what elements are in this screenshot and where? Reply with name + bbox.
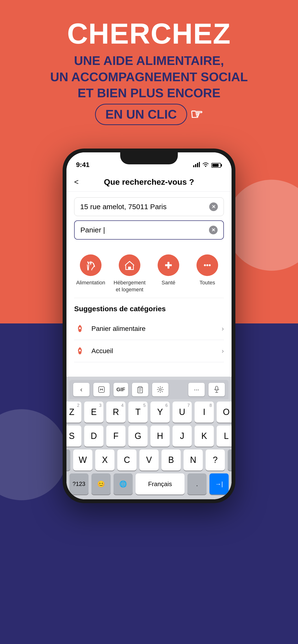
- category-hebergement[interactable]: Hébergementet logement: [115, 254, 144, 293]
- kb-settings-button[interactable]: [152, 383, 169, 396]
- svg-point-11: [79, 327, 81, 329]
- svg-point-14: [100, 388, 101, 390]
- header-subtitle: UNE AIDE ALIMENTAIRE, UN ACCOMPAGNEMENT …: [19, 53, 279, 125]
- key-R[interactable]: R4: [106, 402, 125, 422]
- subtitle-line3: ET BIEN PLUS ENCORE: [19, 85, 279, 101]
- key-O[interactable]: O9: [217, 402, 232, 422]
- suggestion-accueil-chevron: ›: [222, 347, 224, 355]
- categories-row: Alimentation Hébergementet logement: [66, 249, 232, 298]
- key-T[interactable]: T5: [128, 402, 147, 422]
- suggestion-accueil[interactable]: Accueil ›: [74, 340, 224, 362]
- alimentation-label: Alimentation: [76, 279, 105, 286]
- key-N[interactable]: N: [184, 450, 203, 470]
- key-E[interactable]: E3: [84, 402, 103, 422]
- category-toutes[interactable]: Toutes: [193, 254, 222, 286]
- suggestions-section: Suggestions de catégories Panier aliment…: [66, 298, 232, 362]
- suggestion-panier-icon: [74, 323, 86, 334]
- suggestion-panier-chevron: ›: [222, 325, 224, 332]
- phone-notch: [120, 152, 178, 164]
- kb-sticker-button[interactable]: [93, 383, 110, 396]
- key-I[interactable]: I8: [195, 402, 214, 422]
- toutes-icon-circle: [197, 254, 218, 276]
- kb-mic-button[interactable]: [209, 383, 225, 396]
- key-space[interactable]: Français: [135, 474, 185, 494]
- header-section: CHERCHEZ UNE AIDE ALIMENTAIRE, UN ACCOMP…: [0, 19, 298, 125]
- keyboard-row-3: W X C V B N ?: [69, 450, 229, 470]
- suggestions-title: Suggestions de catégories: [74, 305, 224, 313]
- app-content: < Que recherchez-vous ? 15 rue amelot, 7…: [66, 172, 232, 499]
- key-Y[interactable]: Y6: [151, 402, 170, 422]
- svg-rect-0: [193, 165, 194, 167]
- svg-point-8: [204, 264, 206, 266]
- wifi-icon: [202, 162, 209, 169]
- svg-rect-5: [128, 267, 131, 270]
- suggestion-panier[interactable]: Panier alimentaire ›: [74, 318, 224, 340]
- phone-inner: 9:41: [66, 152, 232, 499]
- cursor-icon: ☞: [190, 105, 203, 124]
- search-clear-button[interactable]: ✕: [209, 226, 218, 234]
- keyboard-row-1: A1 Z2 E3 R4 T5 Y6 U7 I8 O9 P0: [69, 402, 229, 422]
- key-V[interactable]: V: [139, 450, 159, 470]
- subtitle-clic: EN UN CLIC: [95, 104, 187, 125]
- header-cherchez: CHERCHEZ: [19, 19, 279, 48]
- back-button[interactable]: <: [74, 178, 89, 186]
- address-input-box[interactable]: 15 rue amelot, 75011 Paris ✕: [74, 198, 224, 216]
- key-X[interactable]: X: [95, 450, 114, 470]
- keyboard-row-2: Q S D F G H J K L M: [69, 426, 229, 446]
- suggestion-panier-text: Panier alimentaire: [91, 325, 216, 332]
- kb-clipboard-button[interactable]: [132, 383, 148, 396]
- key-B[interactable]: B: [162, 450, 181, 470]
- nav-bar: < Que recherchez-vous ?: [66, 172, 232, 192]
- key-emoji[interactable]: 😊: [91, 474, 111, 494]
- key-K[interactable]: K: [195, 426, 214, 446]
- svg-point-12: [79, 350, 81, 352]
- category-alimentation[interactable]: Alimentation: [76, 254, 105, 286]
- key-numbers[interactable]: ?123: [69, 474, 89, 494]
- nav-title: Que recherchez-vous ?: [89, 177, 209, 187]
- sante-label: Santé: [162, 279, 175, 286]
- search-section: 15 rue amelot, 75011 Paris ✕ Panier | ✕: [66, 192, 232, 249]
- key-shift[interactable]: [66, 450, 70, 470]
- key-delete[interactable]: [228, 450, 232, 470]
- svg-point-9: [206, 264, 208, 266]
- search-input-text: Panier |: [80, 226, 209, 234]
- category-sante[interactable]: Santé: [154, 254, 183, 286]
- svg-rect-1: [195, 164, 196, 167]
- toutes-label: Toutes: [200, 279, 215, 286]
- key-G[interactable]: G: [128, 426, 147, 446]
- svg-point-4: [205, 166, 206, 167]
- address-input-text: 15 rue amelot, 75011 Paris: [80, 203, 209, 211]
- kb-more-button[interactable]: ···: [188, 383, 205, 396]
- subtitle-line2: UN ACCOMPAGNEMENT SOCIAL: [19, 69, 279, 85]
- phone-outer: 9:41: [63, 148, 235, 503]
- svg-rect-17: [139, 386, 141, 388]
- kb-back-button[interactable]: ‹: [73, 383, 89, 396]
- key-L[interactable]: L: [217, 426, 232, 446]
- key-W[interactable]: W: [73, 450, 92, 470]
- key-U[interactable]: U7: [173, 402, 192, 422]
- key-J[interactable]: J: [173, 426, 192, 446]
- search-input-box[interactable]: Panier | ✕: [74, 220, 224, 240]
- status-icons: [193, 162, 222, 169]
- svg-rect-22: [215, 386, 218, 390]
- key-H[interactable]: H: [151, 426, 170, 446]
- key-C[interactable]: C: [117, 450, 136, 470]
- alimentation-icon-circle: [80, 254, 101, 276]
- key-S[interactable]: S: [66, 426, 81, 446]
- keyboard: ‹ GIF: [66, 376, 232, 499]
- kb-gif-button[interactable]: GIF: [113, 383, 128, 396]
- key-D[interactable]: D: [84, 426, 103, 446]
- key-globe[interactable]: 🌐: [113, 474, 133, 494]
- subtitle-line1: UNE AIDE ALIMENTAIRE,: [19, 53, 279, 69]
- address-clear-button[interactable]: ✕: [209, 202, 218, 211]
- key-question[interactable]: ?: [206, 450, 225, 470]
- key-F[interactable]: F: [106, 426, 125, 446]
- key-Z[interactable]: Z2: [66, 402, 81, 422]
- signal-icon: [193, 162, 200, 169]
- svg-rect-7: [165, 264, 172, 266]
- battery-icon: [211, 163, 222, 168]
- key-period[interactable]: .: [187, 474, 207, 494]
- sante-icon-circle: [158, 254, 179, 276]
- subtitle-clic-wrapper: EN UN CLIC ☞: [95, 104, 203, 125]
- key-return[interactable]: →|: [209, 474, 229, 494]
